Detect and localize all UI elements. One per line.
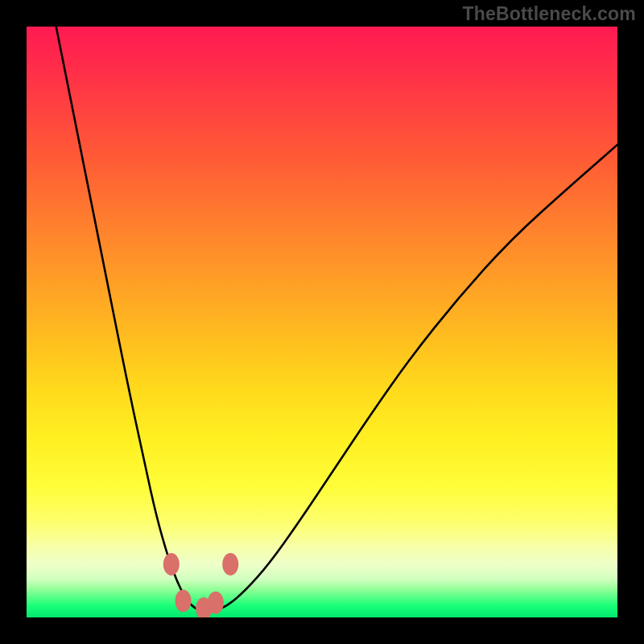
marker-dot bbox=[175, 589, 192, 612]
marker-dot bbox=[163, 553, 180, 576]
curve-layer bbox=[27, 27, 617, 617]
outer-frame: TheBottleneck.com bbox=[0, 0, 644, 644]
bottleneck-curve bbox=[56, 27, 617, 611]
curve-markers bbox=[163, 553, 238, 617]
plot-area bbox=[27, 27, 617, 617]
marker-dot bbox=[208, 592, 224, 614]
watermark-text: TheBottleneck.com bbox=[462, 3, 636, 25]
marker-dot bbox=[222, 553, 238, 576]
